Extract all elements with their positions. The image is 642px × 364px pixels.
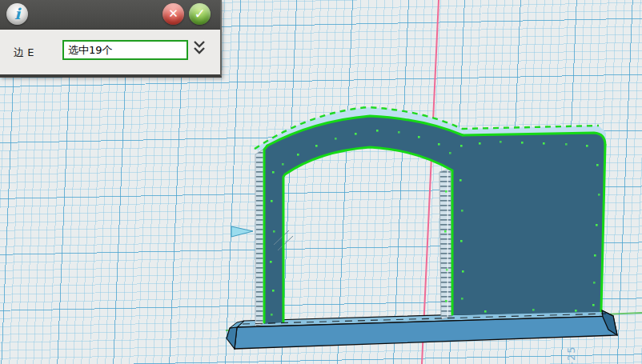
direction-arrow-icon[interactable] (231, 226, 253, 237)
y-axis-line (422, 0, 439, 364)
arched-wall[interactable] (253, 107, 606, 327)
grid-coordinate-label: 0-25 (565, 317, 578, 364)
dialog-titlebar[interactable]: i ✕ ✓ (0, 0, 220, 30)
double-chevron-down-icon[interactable] (192, 39, 207, 57)
dialog-body: 边 E (0, 30, 220, 75)
edge-field-label: 边 E (14, 46, 34, 60)
wall-left-side-face[interactable] (255, 149, 264, 327)
edge-selection-input[interactable] (62, 40, 188, 60)
info-icon: i (6, 3, 28, 25)
wall-front-face[interactable] (264, 116, 605, 324)
edge-selection-dialog[interactable]: i ✕ ✓ 边 E (0, 0, 222, 78)
cancel-button[interactable]: ✕ (163, 3, 184, 25)
confirm-button[interactable]: ✓ (189, 3, 211, 25)
